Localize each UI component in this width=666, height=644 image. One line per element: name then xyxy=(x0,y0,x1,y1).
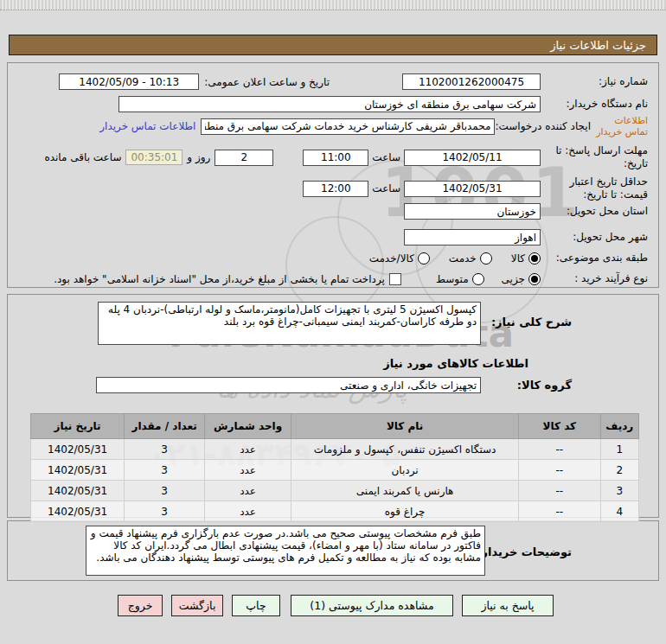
days-remaining-field[interactable] xyxy=(215,150,273,166)
radio-khedmat-label: خدمت xyxy=(449,252,477,265)
row-need-number: شماره نیاز: تاریخ و ساعت اعلان عمومی: xyxy=(8,73,658,90)
need-number-label: شماره نیاز: xyxy=(541,75,648,88)
price-validity-date-field[interactable] xyxy=(404,181,541,197)
radio-motevaset[interactable] xyxy=(472,273,484,285)
goods-info-title: اطلاعات کالاهای مورد نیاز xyxy=(383,357,528,370)
reply-deadline-label: مهلت ارسال پاسخ: تا تاریخ: xyxy=(541,144,648,170)
reply-to-need-button[interactable]: پاسخ به نیاز xyxy=(462,595,554,616)
row-province: استان محل تحویل: xyxy=(8,203,658,220)
buyer-org-label: نام دستگاه خریدار: xyxy=(541,98,648,111)
buyer-org-field[interactable] xyxy=(118,96,541,112)
cell-goods-name: دستگاه اکسیژن تنفس، کپسول و ملزومات xyxy=(291,439,519,460)
buyer-notes-label: توضیحات خریدار: xyxy=(477,545,572,558)
purchase-process-label: نوع فرآیند خرید : xyxy=(541,272,648,285)
table-row[interactable]: 2 -- نردبان عدد 3 1402/05/31 xyxy=(31,460,639,481)
cell-goods-name: نردبان xyxy=(291,460,519,481)
need-desc-textarea[interactable]: کپسول اکسیژن 5 لیتری با تجهیزات کامل(مان… xyxy=(98,302,481,345)
main-form-box: شماره نیاز: تاریخ و ساعت اعلان عمومی: نا… xyxy=(7,62,659,288)
col-goods-name: نام کالا xyxy=(291,414,519,439)
need-details-page: 1001 ParsNamadData پارس نماد داده ها پای… xyxy=(0,0,666,644)
table-row[interactable]: 3 -- هارنس یا کمربند ایمنی عدد 3 1402/05… xyxy=(31,481,639,501)
row-purchase-process: نوع فرآیند خرید : جزیی متوسط پرداخت تمام… xyxy=(8,272,658,285)
print-button[interactable]: چاپ xyxy=(232,595,280,616)
top-decorative-strip xyxy=(0,0,666,10)
radio-motevaset-label: متوسط xyxy=(436,273,469,285)
cell-unit: عدد xyxy=(205,501,291,522)
reply-to-need-label: پاسخ به نیاز xyxy=(481,599,534,612)
cell-row-number: 3 xyxy=(600,481,638,501)
col-quantity: تعداد / مقدار xyxy=(125,414,205,439)
row-buyer-org: نام دستگاه خریدار: xyxy=(8,96,658,112)
days-text: روز و xyxy=(187,151,210,163)
view-attached-docs-button[interactable]: مشاهده مدارک پیوستی (1) xyxy=(291,595,453,616)
cell-need-date: 1402/05/31 xyxy=(31,439,125,460)
countdown-timer: 00:35:01 xyxy=(125,150,183,165)
province-label: استان محل تحویل: xyxy=(541,205,648,218)
buyer-contact-link[interactable]: اطلاعات تماس خریدار xyxy=(99,120,195,132)
reply-deadline-date-field[interactable] xyxy=(404,150,541,166)
row-request-creator: اطلاعات تماس خریدار ایجاد کننده درخواست:… xyxy=(8,115,658,137)
goods-group-field[interactable] xyxy=(96,377,481,393)
goods-table: ردیف کد کالا نام کالا واحد شمارش تعداد /… xyxy=(30,413,639,522)
back-label: بازگشت xyxy=(179,599,216,612)
col-need-date: تاریخ نیاز xyxy=(31,414,125,439)
page-title: جزئیات اطلاعات نیاز xyxy=(9,35,657,55)
request-creator-field[interactable] xyxy=(201,118,495,135)
cell-need-date: 1402/05/31 xyxy=(31,460,125,481)
need-number-field[interactable] xyxy=(402,73,541,90)
buyer-contact-link-right[interactable]: اطلاعات تماس خریدار xyxy=(591,115,648,137)
buyer-notes-box: توضیحات خریدار: طبق فرم مشخصات پیوستی صح… xyxy=(7,520,659,581)
cell-unit: عدد xyxy=(205,439,291,460)
col-goods-code: کد کالا xyxy=(519,414,600,439)
treasury-checkbox[interactable] xyxy=(389,273,401,285)
price-validity-time-field[interactable] xyxy=(303,181,368,197)
subject-class-label: طبقه بندی موضوعی: xyxy=(541,252,648,265)
cell-row-number: 4 xyxy=(600,501,638,522)
radio-khedmat[interactable] xyxy=(480,252,492,265)
cell-quantity: 3 xyxy=(125,501,205,522)
province-field[interactable] xyxy=(404,203,541,220)
buyer-notes-textarea[interactable]: طبق فرم مشخصات پیوستی صحیح می باشد.در صو… xyxy=(86,526,485,576)
goods-group-label: گروه کالا: xyxy=(517,379,572,392)
table-row[interactable]: 1 -- دستگاه اکسیژن تنفس، کپسول و ملزومات… xyxy=(31,439,639,460)
city-field[interactable] xyxy=(404,229,541,245)
need-desc-label: شرح کلی نیاز: xyxy=(491,316,572,328)
price-validity-label: حداقل تاریخ اعتبار قیمت: تا تاریخ: xyxy=(541,175,648,201)
back-button[interactable]: بازگشت xyxy=(171,595,223,616)
radio-kala-khedmat-label: کالا/خدمت xyxy=(369,252,414,265)
exit-label: خروج xyxy=(128,599,153,612)
print-label: چاپ xyxy=(246,599,266,612)
reply-deadline-time-field[interactable] xyxy=(303,150,368,166)
reply-hour-label: ساعت xyxy=(372,151,400,163)
cell-goods-name: هارنس یا کمربند ایمنی xyxy=(291,481,519,501)
page-title-text: جزئیات اطلاعات نیاز xyxy=(550,39,646,52)
radio-jozii[interactable] xyxy=(528,273,541,285)
cell-need-date: 1402/05/31 xyxy=(31,501,125,522)
cell-quantity: 3 xyxy=(125,481,205,501)
row-subject-class: طبقه بندی موضوعی: کالا خدمت کالا/خدمت xyxy=(8,252,658,265)
cell-goods-name: چراغ قوه xyxy=(291,501,519,522)
radio-kala[interactable] xyxy=(528,252,541,265)
cell-quantity: 3 xyxy=(125,439,205,460)
table-row[interactable]: 4 -- چراغ قوه عدد 3 1402/05/31 xyxy=(31,501,639,522)
row-city: شهر محل تحویل: xyxy=(8,229,658,245)
announce-datetime-field[interactable] xyxy=(59,73,199,90)
cell-row-number: 2 xyxy=(600,460,638,481)
row-price-validity: حداقل تاریخ اعتبار قیمت: تا تاریخ: ساعت xyxy=(8,175,658,201)
cell-goods-code: -- xyxy=(519,439,600,460)
exit-button[interactable]: خروج xyxy=(118,595,163,616)
validity-hour-label: ساعت xyxy=(372,182,400,194)
cell-unit: عدد xyxy=(205,460,291,481)
treasury-checkbox-label: پرداخت تمام یا بخشی از مبلغ خرید،از محل … xyxy=(54,273,385,285)
cell-row-number: 1 xyxy=(600,439,638,460)
cell-goods-code: -- xyxy=(519,501,600,522)
cell-quantity: 3 xyxy=(125,460,205,481)
announce-label: تاریخ و ساعت اعلان عمومی: xyxy=(204,76,330,88)
col-row-number: ردیف xyxy=(600,414,638,439)
goods-table-header-row: ردیف کد کالا نام کالا واحد شمارش تعداد /… xyxy=(31,414,639,439)
cell-need-date: 1402/05/31 xyxy=(31,481,125,501)
action-buttons-bar: پاسخ به نیاز مشاهده مدارک پیوستی (1) چاپ… xyxy=(118,595,554,616)
need-info-box: شرح کلی نیاز: کپسول اکسیژن 5 لیتری با تج… xyxy=(7,294,659,518)
radio-kala-khedmat[interactable] xyxy=(418,252,430,265)
radio-kala-label: کالا xyxy=(511,252,525,265)
